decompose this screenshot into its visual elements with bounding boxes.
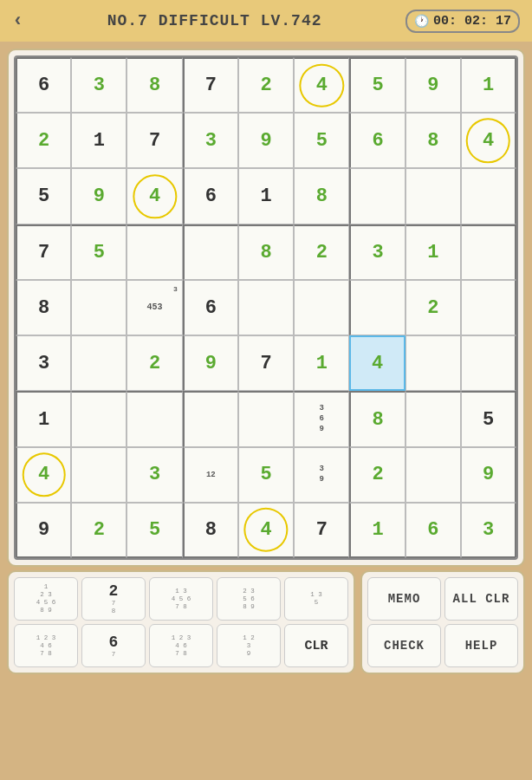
- cell-r4-c3[interactable]: 6: [183, 280, 238, 335]
- cell-r2-c0[interactable]: 5: [16, 168, 71, 224]
- cell-r8-c2[interactable]: 5: [127, 503, 182, 558]
- cell-r0-c1[interactable]: 3: [71, 57, 127, 113]
- cell-r1-c5[interactable]: 5: [294, 113, 349, 168]
- cell-r7-c7[interactable]: [405, 447, 461, 503]
- cell-r5-c4[interactable]: 7: [238, 335, 294, 391]
- numpad-8[interactable]: 1 2 34 67 8: [149, 624, 213, 667]
- cell-r5-c6[interactable]: 4: [349, 335, 405, 391]
- cell-r5-c2[interactable]: 2: [127, 335, 182, 391]
- cell-r7-c2[interactable]: 3: [127, 447, 182, 503]
- cell-r4-c2[interactable]: 4533: [127, 280, 182, 335]
- numpad-9[interactable]: 1 239: [217, 624, 281, 667]
- cell-r5-c0[interactable]: 3: [16, 335, 71, 391]
- cell-r0-c2[interactable]: 8: [127, 57, 182, 113]
- cell-r2-c4[interactable]: 1: [238, 168, 294, 224]
- cell-r6-c1[interactable]: [71, 391, 127, 446]
- help-button[interactable]: HELP: [444, 624, 518, 667]
- cell-r1-c8[interactable]: 4: [461, 113, 516, 168]
- check-button[interactable]: CHECK: [367, 624, 441, 667]
- cell-r2-c3[interactable]: 6: [183, 168, 238, 224]
- cell-r3-c6[interactable]: 3: [349, 224, 405, 280]
- numpad-1[interactable]: 12 34 5 68 9: [14, 577, 78, 621]
- cell-r2-c7[interactable]: [405, 168, 461, 224]
- cell-r7-c3[interactable]: 12: [183, 447, 238, 503]
- cell-r7-c4[interactable]: 5: [238, 447, 294, 503]
- cell-r6-c3[interactable]: [183, 391, 238, 446]
- numpad-2[interactable]: 2 78: [81, 577, 146, 621]
- cell-r0-c6[interactable]: 5: [349, 57, 405, 113]
- cell-r2-c6[interactable]: [349, 168, 405, 224]
- cell-r4-c1[interactable]: [71, 280, 127, 335]
- cell-r8-c0[interactable]: 9: [16, 503, 71, 558]
- cell-r7-c0[interactable]: 4: [16, 447, 71, 503]
- cell-r5-c7[interactable]: [405, 335, 461, 391]
- timer-box: 🕐 00: 02: 17: [405, 10, 520, 33]
- cell-r0-c0[interactable]: 6: [16, 57, 71, 113]
- cell-r3-c2[interactable]: [127, 224, 182, 280]
- cell-r5-c3[interactable]: 9: [183, 335, 238, 391]
- cell-r2-c8[interactable]: [461, 168, 516, 224]
- cell-r0-c8[interactable]: 1: [461, 57, 516, 113]
- cell-r4-c0[interactable]: 8: [16, 280, 71, 335]
- numpad-7[interactable]: 6 7: [81, 624, 146, 667]
- cell-r1-c4[interactable]: 9: [238, 113, 294, 168]
- cell-r3-c0[interactable]: 7: [16, 224, 71, 280]
- cell-r7-c8[interactable]: 9: [461, 447, 516, 503]
- cell-r1-c6[interactable]: 6: [349, 113, 405, 168]
- cell-r6-c4[interactable]: [238, 391, 294, 446]
- cell-r4-c7[interactable]: 2: [405, 280, 461, 335]
- cell-r1-c0[interactable]: 2: [16, 113, 71, 168]
- cell-r3-c7[interactable]: 1: [405, 224, 461, 280]
- cell-r6-c0[interactable]: 1: [16, 391, 71, 446]
- cell-r6-c5[interactable]: 369: [294, 391, 349, 446]
- number-pad: 12 34 5 68 9 2 78 1 34 5 67 8 2 35 68 9 …: [7, 570, 355, 674]
- cell-r0-c5[interactable]: 4: [294, 57, 349, 113]
- cell-r4-c6[interactable]: [349, 280, 405, 335]
- allclr-button[interactable]: ALL CLR: [444, 577, 518, 621]
- clock-icon: 🕐: [414, 14, 429, 29]
- cell-r8-c3[interactable]: 8: [183, 503, 238, 558]
- cell-r8-c8[interactable]: 3: [461, 503, 516, 558]
- numpad-5[interactable]: 1 35: [284, 577, 348, 621]
- cell-r3-c3[interactable]: [183, 224, 238, 280]
- cell-r6-c2[interactable]: [127, 391, 182, 446]
- cell-r3-c5[interactable]: 2: [294, 224, 349, 280]
- cell-r0-c3[interactable]: 7: [183, 57, 238, 113]
- cell-r4-c8[interactable]: [461, 280, 516, 335]
- cell-r8-c5[interactable]: 7: [294, 503, 349, 558]
- cell-r1-c2[interactable]: 7: [127, 113, 182, 168]
- cell-r1-c3[interactable]: 3: [183, 113, 238, 168]
- cell-r5-c1[interactable]: [71, 335, 127, 391]
- memo-button[interactable]: MEMO: [367, 577, 441, 621]
- cell-r8-c6[interactable]: 1: [349, 503, 405, 558]
- cell-r3-c1[interactable]: 5: [71, 224, 127, 280]
- cell-r1-c1[interactable]: 1: [71, 113, 127, 168]
- cell-r6-c8[interactable]: 5: [461, 391, 516, 446]
- cell-r0-c4[interactable]: 2: [238, 57, 294, 113]
- cell-r5-c5[interactable]: 1: [294, 335, 349, 391]
- numpad-4[interactable]: 2 35 68 9: [217, 577, 281, 621]
- cell-r7-c5[interactable]: 39: [294, 447, 349, 503]
- cell-r3-c8[interactable]: [461, 224, 516, 280]
- cell-r7-c6[interactable]: 2: [349, 447, 405, 503]
- cell-r4-c5[interactable]: [294, 280, 349, 335]
- cell-r4-c4[interactable]: [238, 280, 294, 335]
- cell-r7-c1[interactable]: [71, 447, 127, 503]
- cell-r3-c4[interactable]: 8: [238, 224, 294, 280]
- clr-button[interactable]: CLR: [284, 624, 348, 667]
- cell-r2-c5[interactable]: 8: [294, 168, 349, 224]
- cell-r5-c8[interactable]: [461, 335, 516, 391]
- cell-r6-c7[interactable]: [405, 391, 461, 446]
- cell-r1-c7[interactable]: 8: [405, 113, 461, 168]
- numpad-6[interactable]: 1 2 34 67 8: [14, 624, 78, 667]
- cell-r0-c7[interactable]: 9: [405, 57, 461, 113]
- cell-r2-c2[interactable]: 4: [127, 168, 182, 224]
- cell-r8-c7[interactable]: 6: [405, 503, 461, 558]
- cell-r2-c1[interactable]: 9: [71, 168, 127, 224]
- numpad-3[interactable]: 1 34 5 67 8: [149, 577, 213, 621]
- cell-r8-c1[interactable]: 2: [71, 503, 127, 558]
- cell-r8-c4[interactable]: 4: [238, 503, 294, 558]
- action-buttons: MEMO ALL CLR CHECK HELP: [360, 570, 525, 674]
- cell-r6-c6[interactable]: 8: [349, 391, 405, 446]
- back-button[interactable]: ‹: [12, 10, 23, 32]
